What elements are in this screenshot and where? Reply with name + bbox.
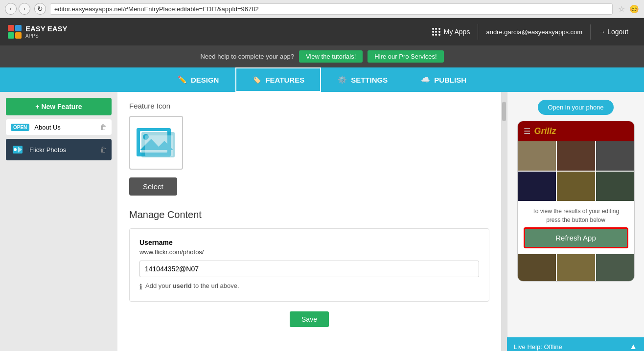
scroll-indicator — [501, 92, 507, 351]
save-button[interactable]: Save — [290, 311, 329, 327]
nav-tabs: ✏️ DESIGN 🏷️ FEATURES ⚙️ SETTINGS ☁️ PUB… — [0, 67, 644, 92]
logo-cell-2 — [15, 25, 22, 31]
phone-text-area: To view the results of your editing pres… — [518, 201, 634, 254]
refresh-button[interactable]: ↻ — [34, 3, 46, 15]
sidebar: + New Feature OPEN About Us 🗑 Flickr Pho… — [0, 92, 117, 351]
phone-img-b3 — [596, 254, 634, 281]
forward-button[interactable]: › — [19, 3, 30, 15]
tab-settings[interactable]: ⚙️ SETTINGS — [321, 67, 404, 92]
phone-img-b1 — [518, 254, 556, 281]
logo-cell-3 — [8, 32, 14, 39]
flickr-icon — [11, 143, 24, 156]
content-area: Feature Icon Select Manage Content Usern… — [117, 92, 501, 351]
scroll-thumb[interactable] — [502, 102, 506, 121]
phone-brand: Grillz — [534, 126, 556, 136]
feature-icon-svg — [134, 123, 178, 162]
user-email: andre.garcia@easyeasyapps.com — [478, 24, 591, 40]
main-layout: + New Feature OPEN About Us 🗑 Flickr Pho… — [0, 92, 644, 351]
user-icon[interactable]: 😊 — [629, 4, 639, 14]
delete-about-us-icon[interactable]: 🗑 — [100, 123, 107, 131]
phone-img-b2 — [557, 254, 595, 281]
select-button[interactable]: Select — [129, 177, 177, 196]
live-help-bar[interactable]: Live Help: Offline ▲ — [507, 337, 644, 351]
phone-img-2 — [557, 141, 595, 171]
help-bar: Need help to complete your app? View the… — [0, 45, 644, 67]
phone-header: ☰ Grillz — [518, 121, 634, 141]
settings-icon: ⚙️ — [338, 75, 347, 84]
publish-icon: ☁️ — [421, 75, 430, 84]
grid-icon — [432, 28, 441, 36]
nav-buttons: ‹ › — [5, 3, 30, 15]
feature-icon-label: Feature Icon — [129, 102, 489, 110]
browser-bar: ‹ › ↻ editor.easyeasyapps.net/#MenuEntry… — [0, 0, 644, 18]
back-button[interactable]: ‹ — [5, 3, 17, 15]
logo-cell-4 — [15, 32, 22, 39]
svg-rect-8 — [145, 135, 173, 156]
logo-grid — [8, 25, 22, 39]
info-icon: ℹ — [139, 283, 142, 291]
sidebar-item-flickr-photos[interactable]: Flickr Photos 🗑 — [6, 139, 112, 160]
refresh-text-2: press the button below — [524, 216, 628, 224]
address-bar[interactable]: editor.easyeasyapps.net/#MenuEntryPlace:… — [50, 3, 613, 15]
open-in-phone-button[interactable]: Open in your phone — [538, 100, 613, 115]
open-badge: OPEN — [11, 124, 29, 131]
username-url: www.flickr.com/photos/ — [139, 248, 479, 256]
content-card: Username www.flickr.com/photos/ ℹ Add yo… — [129, 228, 489, 302]
tab-features[interactable]: 🏷️ FEATURES — [235, 67, 321, 92]
refresh-app-button[interactable]: Refresh App — [524, 227, 628, 248]
phone-img-4 — [518, 172, 556, 201]
phone-img-6 — [596, 172, 634, 201]
help-text: Need help to complete your app? — [200, 53, 294, 60]
sidebar-item-flickr-label: Flickr Photos — [29, 146, 95, 154]
username-input[interactable] — [139, 261, 479, 277]
feature-icon-box — [129, 116, 183, 170]
manage-content-title: Manage Content — [129, 209, 489, 220]
tab-design[interactable]: ✏️ DESIGN — [161, 67, 236, 92]
username-label: Username — [139, 239, 479, 246]
sidebar-item-about-us[interactable]: OPEN About Us 🗑 — [6, 119, 112, 135]
new-feature-button[interactable]: + New Feature — [6, 98, 112, 115]
logo-cell-1 — [8, 25, 14, 31]
hamburger-icon: ☰ — [524, 127, 530, 136]
logo-text: EASY EASY APPS — [25, 25, 68, 39]
phone-img-3 — [596, 141, 634, 171]
chevron-up-icon: ▲ — [629, 342, 637, 351]
logout-icon: → — [598, 28, 605, 36]
delete-flickr-icon[interactable]: 🗑 — [100, 146, 107, 154]
refresh-text-1: To view the results of your editing — [524, 207, 628, 216]
phone-panel: Open in your phone ☰ Grillz To view the … — [507, 92, 644, 351]
app-header: EASY EASY APPS My Apps andre.garcia@easy… — [0, 18, 644, 45]
design-icon: ✏️ — [178, 75, 187, 84]
my-apps-button[interactable]: My Apps — [424, 24, 479, 40]
star-icon[interactable]: ☆ — [617, 4, 626, 14]
browser-icons: ☆ 😊 — [617, 4, 639, 14]
phone-mockup: ☰ Grillz To view the results of your edi… — [517, 121, 635, 282]
phone-images-bottom — [518, 254, 634, 281]
phone-img-5 — [557, 172, 595, 201]
logout-button[interactable]: → Logout — [591, 24, 636, 40]
tutorial-button[interactable]: View the tutorials! — [299, 50, 363, 63]
sidebar-item-label: About Us — [34, 124, 95, 131]
phone-img-1 — [518, 141, 556, 171]
features-icon: 🏷️ — [252, 75, 261, 84]
pro-services-button[interactable]: Hire our Pro Services! — [368, 50, 443, 63]
username-hint: ℹ Add your userId to the url above. — [139, 282, 479, 291]
tab-publish[interactable]: ☁️ PUBLISH — [404, 67, 483, 92]
logo-area: EASY EASY APPS — [8, 25, 68, 39]
live-help-label: Live Help: Offline — [514, 343, 562, 351]
phone-images-top — [518, 141, 634, 201]
svg-point-1 — [14, 148, 17, 151]
